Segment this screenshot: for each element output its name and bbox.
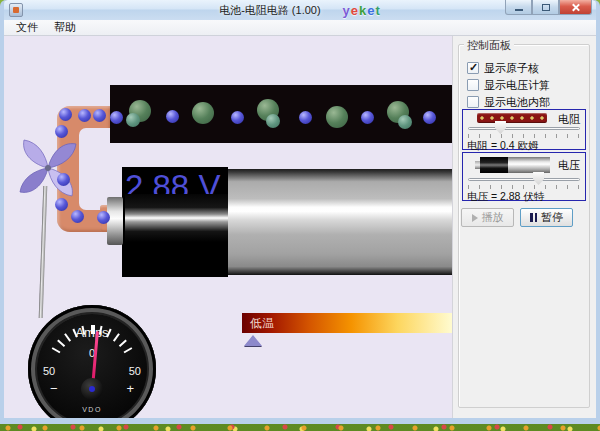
checkbox-show-voltage-calc-box[interactable]: [467, 79, 479, 91]
voltage-slider-panel: 电压 电压 = 2.88 伏特: [462, 152, 586, 201]
play-button[interactable]: 播放: [461, 208, 514, 227]
minimize-button[interactable]: [505, 0, 532, 15]
copper-wire-inner-gap: [79, 128, 110, 210]
menu-help[interactable]: 帮助: [46, 19, 84, 36]
menu-bar: 文件 帮助: [4, 20, 596, 36]
resistor-thumbnail-icon: [477, 113, 547, 123]
play-icon: [472, 214, 478, 222]
temperature-bar: 低温: [242, 313, 452, 333]
checkbox-show-battery-inside-box[interactable]: [467, 96, 479, 108]
electron: [55, 125, 68, 138]
ammeter-hub: [81, 378, 103, 400]
title-group: 电池-电阻电路 (1.00) yeket: [219, 0, 381, 20]
checkbox-show-cores-box[interactable]: [467, 62, 479, 74]
app-logo: yeket: [343, 3, 381, 18]
ammeter-gauge: Amps 0 50 50 − + VDO: [28, 305, 156, 418]
checkbox-show-voltage-calc-label: 显示电压计算: [484, 78, 550, 93]
electron: [93, 109, 106, 122]
minimize-icon: [515, 9, 523, 11]
temperature-label: 低温: [250, 316, 274, 330]
resistance-slider-track[interactable]: [468, 127, 580, 130]
checkbox-show-battery-inside[interactable]: 显示电池内部: [467, 95, 550, 109]
electron: [59, 108, 72, 121]
pause-button-label: 暂停: [541, 210, 563, 225]
electron: [299, 111, 312, 124]
resistance-slider-ticks: [468, 134, 580, 138]
java-app-icon[interactable]: [9, 3, 23, 17]
pinwheel-icon: [13, 133, 83, 203]
atom-core: [326, 106, 348, 128]
title-bar[interactable]: 电池-电阻电路 (1.00) yeket: [4, 0, 596, 20]
battery-thumbnail-icon: [475, 157, 550, 173]
control-panel: 控制面板 显示原子核 显示电压计算 显示电池内部 电阻 电阻 = 0.4 欧姆: [452, 36, 596, 418]
electron: [166, 110, 179, 123]
electron: [110, 111, 123, 124]
close-icon: [571, 3, 580, 12]
atom-core-small: [126, 113, 140, 127]
pinwheel-pole: [39, 186, 48, 318]
close-button[interactable]: [559, 0, 592, 15]
atom-core-small: [266, 114, 280, 128]
resistance-value: 电阻 = 0.4 欧姆: [467, 139, 538, 153]
play-button-label: 播放: [482, 210, 504, 225]
ammeter-brand: VDO: [28, 406, 156, 413]
app-window: 电池-电阻电路 (1.00) yeket 文件 帮助 2.88 V 低温: [0, 0, 600, 424]
pause-button[interactable]: 暂停: [520, 208, 573, 227]
voltage-value: 电压 = 2.88 伏特: [467, 190, 544, 204]
checkbox-show-cores-label: 显示原子核: [484, 61, 539, 76]
ammeter-left-label: 50: [43, 365, 55, 377]
playback-buttons: 播放 暂停: [461, 208, 573, 227]
checkbox-show-cores[interactable]: 显示原子核: [467, 61, 539, 75]
checkbox-show-voltage-calc[interactable]: 显示电压计算: [467, 78, 550, 92]
control-panel-title: 控制面板: [464, 38, 514, 53]
ammeter-right-label: 50: [129, 365, 141, 377]
temperature-marker-icon: [244, 335, 262, 346]
ammeter-minus-sign: −: [50, 381, 58, 396]
battery-silver-body: [228, 169, 452, 275]
simulation-canvas[interactable]: 2.88 V 低温 Amps 0: [4, 36, 452, 418]
electron: [97, 211, 110, 224]
menu-file[interactable]: 文件: [8, 19, 46, 36]
atom-core-small: [398, 115, 412, 129]
battery-dark-segment: [125, 194, 228, 242]
electron: [361, 111, 374, 124]
ammeter-tick: [91, 325, 95, 334]
maximize-button[interactable]: [532, 0, 559, 15]
battery-terminal-nub: [107, 197, 123, 245]
maximize-icon: [542, 4, 550, 11]
atom-core: [192, 102, 214, 124]
caption-buttons: [505, 0, 592, 15]
voltage-slider-ticks: [468, 185, 580, 189]
electron: [423, 111, 436, 124]
pause-icon: [530, 213, 537, 222]
voltage-label: 电压: [558, 158, 580, 173]
electron: [78, 109, 91, 122]
resistance-slider-thumb[interactable]: [495, 121, 506, 134]
resistance-label: 电阻: [558, 112, 580, 127]
electron: [57, 173, 70, 186]
resistance-slider-panel: 电阻 电阻 = 0.4 欧姆: [462, 109, 586, 150]
ammeter-plus-sign: +: [126, 381, 134, 396]
electron: [231, 111, 244, 124]
window-title: 电池-电阻电路 (1.00): [219, 3, 320, 18]
java-app-icon-glyph: [13, 7, 19, 13]
checkbox-show-battery-inside-label: 显示电池内部: [484, 95, 550, 110]
voltage-slider-thumb[interactable]: [533, 172, 544, 185]
electron: [55, 198, 68, 211]
ammeter-zero-label: 0: [28, 347, 156, 359]
window-content: 2.88 V 低温 Amps 0: [4, 36, 596, 418]
voltage-slider-track[interactable]: [468, 178, 580, 181]
electron: [71, 210, 84, 223]
